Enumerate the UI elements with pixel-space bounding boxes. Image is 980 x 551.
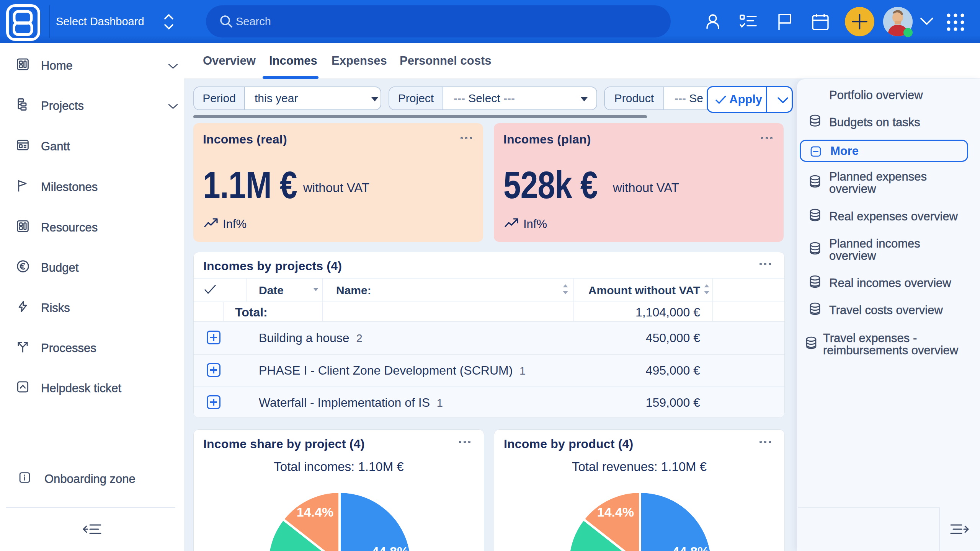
svg-text:44.8%: 44.8% [372, 544, 408, 551]
svg-text:14.4%: 14.4% [597, 505, 634, 519]
svg-text:14.4%: 14.4% [297, 505, 333, 519]
svg-text:44.8%: 44.8% [672, 544, 709, 551]
